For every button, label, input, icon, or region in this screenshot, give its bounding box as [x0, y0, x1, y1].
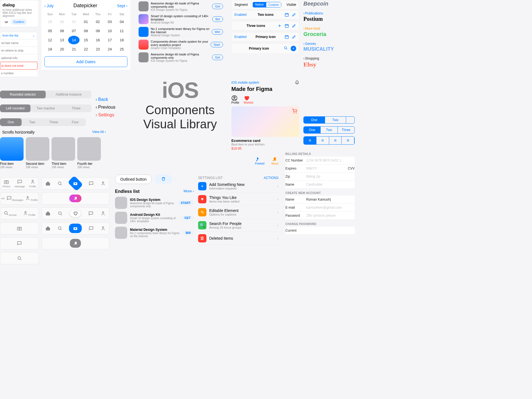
endless-action-button[interactable]: START — [177, 200, 194, 206]
settings-item[interactable]: 🗑Deleted Items› — [198, 232, 278, 245]
settings-item[interactable]: 🔍Search For PeopleAmong 16 focus groups› — [198, 219, 278, 232]
previous-link[interactable]: ‹Previous — [96, 105, 116, 110]
brand-back-link[interactable]: ‹ More food — [303, 27, 355, 30]
input-lastname[interactable] — [0, 39, 37, 47]
dp-day-muted[interactable]: 29 — [44, 17, 56, 26]
dp-day[interactable]: 11 — [116, 27, 127, 35]
endless-item[interactable]: Material Design SystemNo.1 components te… — [115, 227, 194, 239]
seg-2[interactable]: Left roundedTwo inactiveThree — [0, 104, 91, 112]
native-custom-toggle[interactable]: NativeCustom — [253, 2, 281, 7]
tabbar[interactable]: ver Messages Profile — [0, 192, 39, 204]
dp-day[interactable]: 18 — [116, 36, 127, 44]
dp-day[interactable]: 12 — [44, 36, 56, 44]
billing-row[interactable]: CC Number1234 5678 9876 5432 1 — [285, 157, 355, 165]
settings-link[interactable]: ‹Settings — [96, 112, 116, 117]
app-item[interactable]: Awesome design kit made of Figma compone… — [139, 51, 223, 64]
select-dropdown[interactable]: from the list⌄ — [0, 32, 37, 39]
dp-next-month[interactable]: Sept › — [117, 4, 127, 8]
endless-action-button[interactable]: $68 — [182, 230, 194, 236]
dialog-confirm[interactable]: Confirm — [11, 19, 27, 25]
billing-row[interactable]: NameCardholder — [285, 181, 355, 189]
dp-day[interactable]: 13 — [56, 36, 68, 44]
dp-day[interactable]: 10 — [104, 27, 116, 35]
dp-day[interactable]: 03 — [104, 17, 116, 26]
billing-row[interactable]: Password256 symbols please — [285, 212, 355, 220]
back-link[interactable]: ‹Back — [96, 97, 116, 102]
camera-pill[interactable] — [69, 224, 82, 233]
billing-row[interactable]: ZipBilling zip — [285, 173, 355, 181]
music-pill[interactable] — [69, 195, 81, 202]
dp-day[interactable]: 08 — [80, 27, 91, 35]
dp-day[interactable]: 22 — [80, 45, 91, 53]
app-item[interactable]: No.1 components team library for Figma o… — [139, 25, 223, 38]
dp-day[interactable]: 25 — [116, 45, 127, 53]
rocket-item[interactable]: Poleteli! — [255, 157, 265, 165]
trash-button[interactable] — [155, 175, 172, 184]
dp-day[interactable]: 01 — [80, 17, 91, 26]
seg-1[interactable]: Rounded selectorAdditinal instance — [0, 91, 91, 98]
tabbar[interactable] — [0, 252, 39, 264]
endless-item[interactable]: Android Design KitSmart UI design system… — [115, 212, 194, 224]
dp-day[interactable]: 09 — [92, 27, 104, 35]
dp-prev-month[interactable]: ‹ July — [44, 4, 53, 8]
segb-1[interactable]: OneTwo — [303, 116, 355, 124]
brand-back-link[interactable]: ‹ Shopping — [303, 57, 355, 60]
app-action-button[interactable]: Get — [212, 4, 223, 9]
scroll-card[interactable]: Second item198 views — [26, 137, 49, 169]
dp-day-muted[interactable]: 30 — [56, 17, 68, 26]
seg-3[interactable]: OneTwoThreeFour — [0, 118, 86, 126]
dp-day[interactable]: 21 — [68, 45, 80, 53]
dp-day[interactable]: 17 — [104, 36, 116, 44]
settings-item[interactable]: +Add Something NewInformation required› — [198, 180, 278, 193]
tabbar[interactable] — [42, 222, 109, 234]
tabbar[interactable] — [42, 207, 109, 219]
app-action-button[interactable]: Wet — [212, 29, 223, 35]
app-action-button[interactable]: Start — [211, 42, 223, 47]
billing-row[interactable]: E-mailkamushken@gmail.com — [285, 204, 355, 212]
dp-day[interactable]: 19 — [44, 45, 56, 53]
dp-day[interactable]: 14 — [68, 36, 80, 44]
dp-day[interactable]: 02 — [92, 17, 104, 26]
brand-back-link[interactable]: ‹ Genres — [303, 42, 355, 46]
dp-day-muted[interactable]: 31 — [68, 17, 80, 26]
dialog-save[interactable]: ve — [2, 19, 10, 25]
input-optional[interactable] — [0, 54, 37, 62]
billing-row[interactable]: Current — [285, 227, 355, 235]
tabbar[interactable] — [0, 222, 39, 234]
scroll-card[interactable]: First item198 views — [0, 137, 24, 169]
tabbar[interactable]: Photos Message Profile — [0, 177, 39, 190]
dp-day[interactable]: 04 — [116, 17, 127, 26]
align-row[interactable]: ≡≡≡≡ — [303, 136, 355, 145]
scroll-card[interactable]: Fourth iter198 views — [77, 137, 101, 169]
bell-icon[interactable] — [295, 80, 299, 85]
actions-link[interactable]: ACTIONS — [264, 176, 278, 180]
ecommerce-card[interactable] — [231, 106, 299, 137]
billing-row[interactable]: ExpiresMM/YYCVV — [285, 165, 355, 173]
dp-day[interactable]: 24 — [104, 45, 116, 53]
brand-back-link[interactable]: ‹ Publications — [303, 11, 355, 15]
music-item[interactable]: Music — [272, 157, 279, 165]
wishlist-tab[interactable]: Wishlist — [244, 95, 253, 104]
scroll-card[interactable]: Third item198 views — [52, 137, 75, 169]
endless-action-button[interactable]: GET — [181, 215, 194, 221]
endless-item[interactable]: IOS Design SystemAwesome design kit made… — [115, 197, 194, 209]
app-item[interactable]: Smart UI design system consisting of 140… — [139, 13, 223, 25]
tabbar[interactable] — [42, 237, 109, 249]
heart-pill[interactable] — [70, 209, 81, 218]
dp-day[interactable]: 23 — [92, 45, 104, 53]
app-action-button[interactable]: Get — [212, 55, 223, 60]
segb-2[interactable]: OneTwoThree — [303, 126, 355, 134]
profile-tab[interactable]: Profile — [231, 95, 239, 104]
outlined-button[interactable]: Outlined button — [115, 175, 152, 184]
view-all-link[interactable]: View All › — [92, 130, 106, 134]
dp-day[interactable]: 07 — [68, 27, 80, 35]
dp-day[interactable]: 16 — [92, 36, 104, 44]
billing-row[interactable]: NameRoman Kamush| — [285, 196, 355, 204]
tabbar[interactable] — [0, 237, 39, 249]
tabbar[interactable] — [42, 192, 109, 204]
app-item[interactable]: Components-driven charts system for your… — [139, 38, 223, 51]
dp-day[interactable]: 20 — [56, 45, 68, 53]
music-pill-gray[interactable] — [70, 239, 81, 248]
dp-day[interactable]: 06 — [56, 27, 68, 35]
add-dates-button[interactable]: Add Dates — [44, 56, 127, 67]
